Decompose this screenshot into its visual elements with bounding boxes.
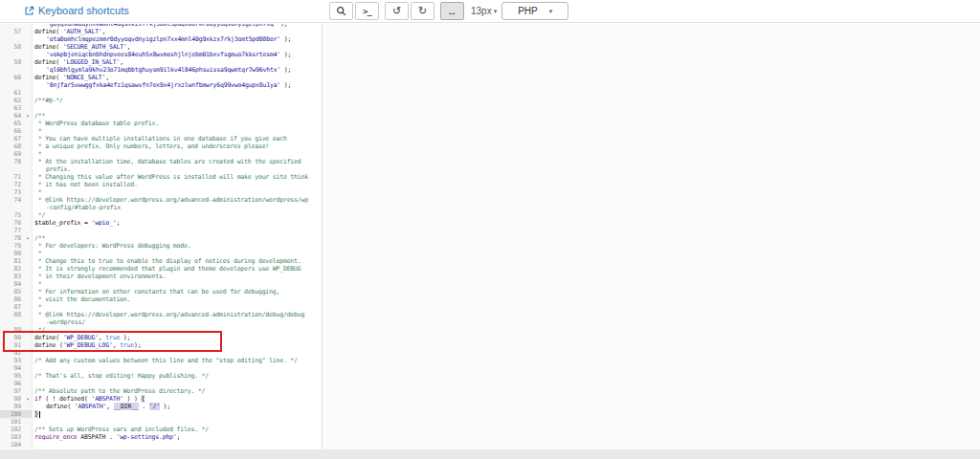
code-line-77[interactable]: 77	[0, 227, 322, 234]
line-number: 59	[0, 58, 24, 66]
code-editor[interactable]: 'gbyqvdnw0dyhxkwmnl40g9xkzx7rkj3omt5pdqv…	[0, 24, 323, 449]
code-line-90[interactable]: 90define( 'WP_DEBUG', true );	[0, 334, 322, 341]
code-line-85[interactable]: 85 * For information on other constants …	[0, 288, 322, 295]
code-line-wrap[interactable]: 'vokpbjeniqcbnbhdnpvees84euh5x8wvmoshjln…	[0, 51, 322, 58]
redo-button[interactable]: ↻	[411, 2, 434, 20]
code-line-72[interactable]: 72 * it has not been installed.	[0, 181, 322, 188]
fold-arrow-icon[interactable]: ▾	[24, 112, 33, 120]
code-text: * in their development environments.	[33, 273, 322, 280]
code-line-79[interactable]: 79 * For developers: WordPress debugging…	[0, 242, 322, 250]
code-line-95[interactable]: 95/* That's all, stop editing! Happy pub…	[0, 372, 322, 380]
code-line-88[interactable]: 88 * @link https://developer.wordpress.o…	[0, 311, 322, 318]
line-number: 80	[0, 250, 24, 257]
fold-gutter	[24, 120, 33, 127]
code-text	[33, 349, 322, 357]
terminal-button[interactable]: >_	[355, 2, 379, 20]
fold-arrow-icon[interactable]: ▾	[24, 234, 33, 242]
code-line-92[interactable]: 92	[0, 349, 322, 357]
code-line-73[interactable]: 73 *	[0, 188, 322, 196]
search-button[interactable]	[329, 2, 353, 20]
line-number	[0, 318, 24, 326]
code-line-71[interactable]: 71 * Changing this value after WordPress…	[0, 173, 322, 181]
code-line-66[interactable]: 66 *	[0, 127, 322, 135]
code-line-67[interactable]: 67 * You can have multiple installations…	[0, 135, 322, 142]
code-text: */	[33, 326, 322, 334]
code-line-69[interactable]: 69 *	[0, 150, 322, 158]
code-text: /* That's all, stop editing! Happy publi…	[33, 372, 322, 380]
code-line-78[interactable]: 78▾/**	[0, 234, 322, 242]
code-line-76[interactable]: 76$table_prefix = 'wpio_';	[0, 219, 322, 227]
line-number: 84	[0, 280, 24, 288]
fold-gutter	[24, 372, 33, 380]
line-number: 97	[0, 387, 24, 395]
code-line-80[interactable]: 80 *	[0, 250, 322, 257]
code-line-83[interactable]: 83 * in their development environments.	[0, 273, 322, 280]
line-number	[0, 81, 24, 89]
code-line-59[interactable]: 59define( 'LOGGED_IN_SALT',	[0, 58, 322, 66]
code-line-75[interactable]: 75 */	[0, 211, 322, 219]
undo-button[interactable]: ↺	[385, 2, 409, 20]
code-line-70[interactable]: 70 * At the installation time, database …	[0, 158, 322, 165]
line-number: 98	[0, 395, 24, 403]
fold-gutter	[24, 410, 33, 418]
code-line-62[interactable]: 62/**#@-*/	[0, 97, 322, 104]
code-line-63[interactable]: 63	[0, 104, 322, 112]
code-text: define( 'AUTH_SALT',	[33, 28, 322, 35]
fold-gutter	[24, 257, 33, 265]
code-line-82[interactable]: 82 * It is strongly recommended that plu…	[0, 265, 322, 273]
keyboard-shortcuts-link[interactable]: Keyboard shortcuts	[24, 5, 129, 16]
word-wrap-toggle[interactable]: ↔	[440, 2, 464, 20]
code-line-94[interactable]: 94	[0, 364, 322, 372]
code-line-97[interactable]: 97/** Absolute path to the WordPress dir…	[0, 387, 322, 395]
code-line-103[interactable]: 103require_once ABSPATH . 'wp-settings.p…	[0, 433, 322, 441]
line-number: 89	[0, 326, 24, 334]
code-text: *	[33, 127, 322, 135]
code-line-86[interactable]: 86 * visit the documentation.	[0, 295, 322, 303]
code-line-61[interactable]: 61	[0, 89, 322, 97]
fold-gutter	[24, 341, 33, 349]
code-text: /* Add any custom values between this li…	[33, 357, 322, 364]
code-line-100[interactable]: 100}	[0, 410, 322, 418]
code-text: define( 'NONCE_SALT',	[33, 74, 322, 81]
code-line-96[interactable]: 96	[0, 380, 322, 387]
line-number: 93	[0, 357, 24, 364]
redo-icon: ↻	[418, 5, 427, 17]
code-text: $table_prefix = 'wpio_';	[33, 219, 322, 227]
code-line-wrap[interactable]: 'ql6bhlgymla9khv23o71mqbbtghuysm9ilkv4l8…	[0, 66, 322, 74]
code-line-99[interactable]: 99define( 'ABSPATH', __DIR__ . '/' );	[0, 403, 322, 410]
code-line-91[interactable]: 91define ('WP_DEBUG_LOG', true);	[0, 341, 322, 349]
code-text: * For information on other constants tha…	[33, 288, 322, 295]
code-line-65[interactable]: 65 * WordPress database table prefix.	[0, 120, 322, 127]
code-line-104[interactable]: 104	[0, 441, 322, 448]
fold-gutter	[24, 326, 33, 334]
code-line-74[interactable]: 74 * @link https://developer.wordpress.o…	[0, 196, 322, 204]
code-text: define( 'ABSPATH', __DIR__ . '/' );	[33, 403, 322, 410]
code-line-98[interactable]: 98▾if ( ! defined( 'ABSPATH' ) ) {	[0, 395, 322, 403]
line-number: 88	[0, 311, 24, 318]
fold-arrow-icon[interactable]: ▾	[24, 395, 33, 403]
language-select[interactable]: PHP ▾	[501, 2, 568, 20]
code-line-60[interactable]: 60define( 'NONCE_SALT',	[0, 74, 322, 81]
line-number	[0, 35, 24, 43]
code-line-93[interactable]: 93/* Add any custom values between this …	[0, 357, 322, 364]
code-line-wrap[interactable]: prefix.	[0, 165, 322, 173]
code-line-wrap[interactable]: 'ota0omhclmqpezmmr0dyyoqvdnyigzlpn7xx4mn…	[0, 35, 322, 43]
line-number	[0, 66, 24, 74]
code-line-wrap[interactable]: '0njfar5vwwggfxka4efz1qsawvfn7ex9x4jrxzl…	[0, 81, 322, 89]
code-line-57[interactable]: 57define( 'AUTH_SALT',	[0, 28, 322, 35]
code-line-87[interactable]: 87 *	[0, 303, 322, 311]
code-line-102[interactable]: 102/** Sets up WordPress vars and includ…	[0, 426, 322, 433]
line-number: 102	[0, 426, 24, 433]
code-line-68[interactable]: 68 * a unique prefix. Only numbers, lett…	[0, 142, 322, 150]
code-line-58[interactable]: 58define( 'SECURE_AUTH_SALT',	[0, 43, 322, 51]
code-text	[33, 380, 322, 387]
code-line-wrap[interactable]: -wordpress/	[0, 318, 322, 326]
code-line-84[interactable]: 84 *	[0, 280, 322, 288]
code-line-81[interactable]: 81 * Change this to true to enable the d…	[0, 257, 322, 265]
code-line-64[interactable]: 64▾/**	[0, 112, 322, 120]
code-line-wrap[interactable]: -config/#table-prefix	[0, 204, 322, 211]
font-size-select[interactable]: 13px ▾	[466, 2, 501, 20]
code-line-89[interactable]: 89 */	[0, 326, 322, 334]
code-line-101[interactable]: 101	[0, 418, 322, 426]
code-text: }	[33, 410, 322, 418]
